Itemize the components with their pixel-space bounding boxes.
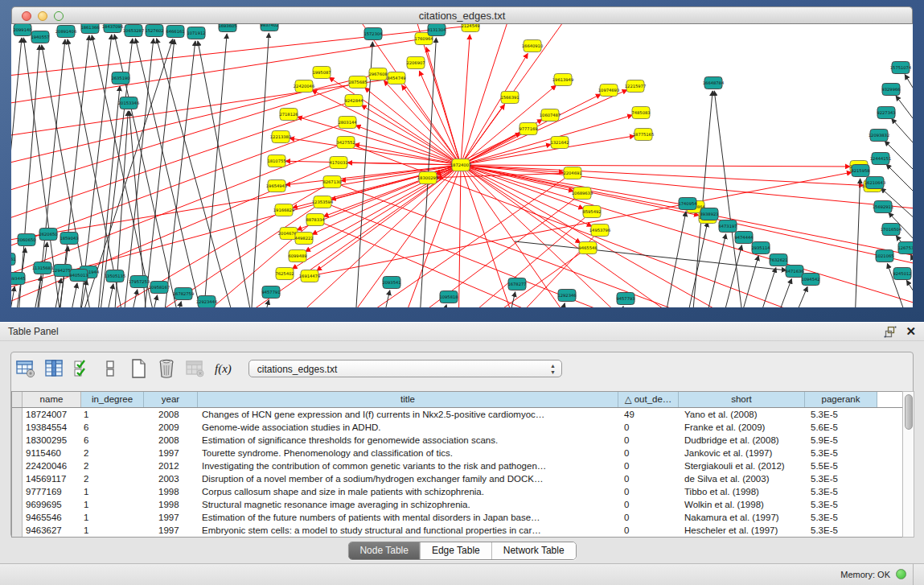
table-row[interactable]: 1872400712008Changes of HCN gene express…: [12, 408, 902, 421]
delete-table-icon[interactable]: [183, 357, 206, 380]
graph-node[interactable]: 1292346: [557, 290, 576, 302]
graph-node[interactable]: 1995087: [312, 67, 331, 79]
graph-node[interactable]: 11315683: [32, 262, 53, 274]
graph-node[interactable]: 12353594: [312, 196, 334, 208]
table-row[interactable]: 911546021997Tourette syndrome. Phenomeno…: [12, 447, 902, 459]
graph-node[interactable]: 16210643: [864, 177, 885, 189]
graph-node[interactable]: 6466161: [166, 26, 184, 38]
table-row[interactable]: 946554611997Estimation of the future num…: [12, 511, 902, 524]
tab-edge-table[interactable]: Edge Table: [420, 542, 491, 559]
column-header-title[interactable]: title: [198, 392, 618, 407]
graph-node[interactable]: 12444151: [870, 153, 891, 165]
tab-network-table[interactable]: Network Table: [491, 542, 576, 559]
graph-node[interactable]: 12923446: [196, 296, 217, 308]
network-window-titlebar[interactable]: citations_edges.txt: [11, 6, 913, 24]
graph-node[interactable]: 10974693: [598, 84, 619, 97]
graph-node[interactable]: 18775165: [633, 129, 654, 141]
memory-status-icon[interactable]: [896, 569, 906, 579]
delete-column-icon[interactable]: [155, 357, 178, 380]
graph-node[interactable]: 1071912: [187, 27, 205, 39]
graph-node[interactable]: 9227343: [877, 107, 895, 119]
graph-node[interactable]: 1094542: [801, 274, 819, 286]
graph-node[interactable]: 1693445: [11, 273, 26, 285]
table-mode-icon[interactable]: [14, 357, 37, 380]
graph-node[interactable]: 1321642: [550, 137, 569, 149]
graph-node[interactable]: 17957253: [129, 276, 150, 288]
graph-node[interactable]: 6099489: [288, 250, 306, 262]
graph-node[interactable]: 22420046: [294, 80, 314, 93]
graph-node[interactable]: 8595492: [582, 206, 601, 218]
column-header-indegree[interactable]: in_degree: [81, 392, 144, 407]
table-selector-dropdown[interactable]: citations_edges.txt ▲▼: [248, 360, 562, 377]
graph-node[interactable]: 1527602: [145, 25, 163, 37]
column-header-outde[interactable]: △ out_de…: [618, 392, 679, 407]
graph-node[interactable]: 1572304: [363, 28, 383, 40]
graph-node[interactable]: 2967608: [368, 68, 387, 80]
graph-node[interactable]: 16782759: [173, 288, 194, 300]
graph-node[interactable]: 16914479: [299, 270, 320, 282]
close-icon[interactable]: ✕: [906, 324, 916, 339]
graph-node[interactable]: 2635190: [111, 72, 129, 84]
table-row[interactable]: 1938455462009Genome-wide association stu…: [12, 421, 902, 434]
graph-node[interactable]: 18437096: [102, 24, 123, 33]
graph-node[interactable]: 9457791: [261, 286, 280, 299]
graph-node[interactable]: 1095818: [439, 291, 458, 303]
table-vertical-scrollbar[interactable]: [902, 391, 914, 538]
float-window-icon[interactable]: [884, 326, 897, 339]
graph-node[interactable]: 8454749: [387, 72, 405, 84]
graph-node[interactable]: 1861366: [80, 24, 99, 34]
graph-node[interactable]: 1810755: [267, 155, 285, 167]
table-row[interactable]: 2242004622012Investigating the contribut…: [12, 459, 902, 472]
graph-node[interactable]: 2124549: [461, 24, 479, 32]
graph-node[interactable]: 9329966: [881, 84, 900, 96]
graph-node[interactable]: 7632621: [769, 254, 787, 266]
column-header-name[interactable]: name: [23, 392, 81, 407]
network-canvas[interactable]: 1872400718300295224200462718126122133831…: [11, 24, 913, 307]
graph-node[interactable]: 1859043: [60, 233, 78, 245]
graph-node[interactable]: 4498222: [294, 233, 313, 245]
graph-node[interactable]: 16640910: [522, 40, 543, 52]
column-header-short[interactable]: short: [679, 392, 805, 407]
graph-node[interactable]: 9457793: [616, 293, 634, 305]
graph-node[interactable]: 10958167: [149, 282, 170, 294]
graph-node[interactable]: 2204691: [563, 167, 581, 179]
graph-node[interactable]: 12213383: [270, 131, 291, 143]
graph-node[interactable]: 8215958: [851, 165, 869, 177]
graph-node[interactable]: 9242844: [344, 95, 363, 107]
scrollbar-thumb[interactable]: [905, 394, 913, 430]
graph-node[interactable]: 2093541: [382, 277, 400, 289]
graph-node[interactable]: 10689633: [572, 187, 593, 200]
graph-node[interactable]: 15751074: [890, 62, 912, 74]
function-builder-icon[interactable]: f(x): [211, 362, 235, 376]
graph-node[interactable]: 19654943: [266, 180, 287, 192]
graph-node[interactable]: 1566391: [500, 92, 519, 104]
graph-node[interactable]: 8471636: [785, 266, 803, 278]
graph-node[interactable]: 2060650: [17, 234, 35, 246]
graph-node[interactable]: 9465546: [578, 242, 597, 254]
graph-node[interactable]: 14953796: [589, 225, 610, 237]
graph-node[interactable]: 8267130: [322, 176, 341, 188]
graph-node[interactable]: 12093832: [869, 130, 889, 142]
table-row[interactable]: 969969511998Structural magnetic resonanc…: [12, 498, 902, 511]
show-column-icon[interactable]: [43, 357, 65, 380]
graph-node[interactable]: 10653287: [123, 25, 144, 37]
graph-node[interactable]: 9777169: [519, 123, 537, 135]
graph-node[interactable]: 2099140: [13, 24, 31, 36]
tab-node-table[interactable]: Node Table: [348, 542, 420, 559]
graph-node[interactable]: 1940557: [31, 31, 49, 43]
graph-node[interactable]: 8878334: [306, 214, 325, 226]
graph-node[interactable]: 3427552: [336, 137, 355, 149]
graph-node[interactable]: 9245012: [893, 268, 911, 280]
graph-node[interactable]: 8938923: [700, 208, 718, 220]
table-row[interactable]: 1456911722003Disruption of a novel membe…: [12, 472, 902, 485]
graph-node[interactable]: 9937402: [260, 24, 278, 31]
graph-node[interactable]: 1678277: [507, 278, 526, 290]
graph-node[interactable]: 19613949: [552, 74, 573, 86]
graph-node[interactable]: 2935114: [751, 242, 770, 254]
graph-node[interactable]: 20153346: [118, 97, 139, 109]
select-all-icon[interactable]: [71, 357, 93, 380]
graph-node[interactable]: 2875685: [348, 76, 367, 89]
graph-node[interactable]: 1267531: [897, 242, 913, 254]
graph-node[interactable]: 2620650: [39, 229, 57, 241]
graph-node[interactable]: 8131304: [427, 24, 446, 36]
